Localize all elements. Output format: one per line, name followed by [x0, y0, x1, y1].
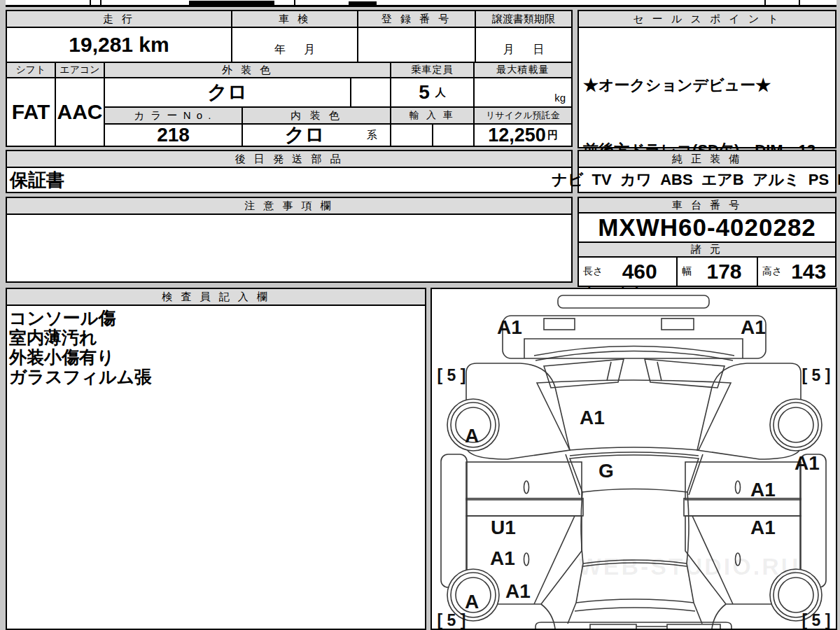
- max-load-value: kg: [473, 77, 573, 108]
- spec-length-value: 460: [603, 260, 676, 284]
- top-row-glyph-fragment: [349, 1, 377, 5]
- damage-left-quarter: A1: [505, 580, 531, 602]
- capacity-header: 乗車定員: [390, 62, 475, 78]
- damage-front-bumper-left: A1: [497, 316, 522, 338]
- sales-point-line: ★オークションデビュー★: [583, 74, 831, 96]
- front-right-wheel-shape: [770, 399, 822, 451]
- top-row-divider: [100, 0, 102, 6]
- inspector-body: コンソール傷 室内薄汚れ 外装小傷有り ガラスフィルム張: [6, 304, 426, 630]
- import-value-1: [390, 123, 433, 147]
- sales-point-header: セ ー ル ス ポ イ ン ト: [578, 10, 836, 28]
- tire-grade-rear-right: [ 5 ]: [802, 611, 831, 629]
- mileage-value: 19,281 km: [6, 27, 232, 63]
- spec-height-value: 143: [782, 260, 835, 284]
- recycle-header: リサイクル預託金: [473, 106, 573, 125]
- tire-grade-front-left: [ 5 ]: [438, 366, 466, 384]
- spec-width: 幅 178: [676, 256, 758, 287]
- exterior-color-value: クロ: [104, 77, 351, 108]
- auction-sheet: { "page": { "background": "#c8c8c8", "he…: [0, 0, 840, 630]
- equipment-header: 純 正 装 備: [578, 150, 836, 168]
- left-headlight-shape: [544, 359, 624, 388]
- later-parts-header: 後 日 発 送 部 品: [6, 150, 573, 168]
- top-row-divider: [90, 0, 91, 6]
- inspector-line: コンソール傷: [9, 308, 425, 328]
- transfer-doc-value: 月 日: [475, 27, 573, 63]
- max-load-header: 最大積載量: [473, 62, 573, 78]
- aircon-value: AAC: [55, 77, 105, 147]
- interior-color-text: クロ: [243, 122, 367, 148]
- registration-value: [357, 27, 476, 63]
- right-front-door-shape: [685, 462, 801, 500]
- damage-front-bumper-right: A1: [741, 316, 766, 338]
- car-diagram: WEB-STUDIO.RU A1 A1 A1 G A A U1 A1 A1 A1…: [432, 289, 836, 629]
- damage-right-front-door: A1: [750, 479, 776, 500]
- capacity-value: 5 人: [390, 77, 475, 108]
- caution-header: 注 意 事 項 欄: [6, 197, 573, 215]
- mileage-header: 走 行: [6, 10, 232, 28]
- shift-header: シフト: [6, 62, 56, 78]
- damage-front-left-wheel: A: [465, 425, 479, 447]
- spec-height-label: 高さ: [762, 265, 782, 278]
- inspector-line: ガラスフィルム張: [9, 367, 425, 386]
- damage-hood: A1: [580, 407, 605, 428]
- tire-grade-front-right: [ 5 ]: [802, 366, 831, 384]
- shift-value: FAT: [6, 77, 56, 147]
- top-row-divider: [294, 0, 295, 6]
- registration-header: 登 録 番 号: [357, 10, 476, 28]
- top-row-glyph-fragment: [189, 1, 274, 5]
- inspector-header: 検 査 員 記 入 欄: [6, 288, 426, 306]
- specs-header: 諸 元: [578, 241, 836, 258]
- windshield-shape: [570, 455, 699, 492]
- front-bumper-shape: [503, 316, 766, 358]
- spoiler-shape: [558, 295, 709, 308]
- damage-left-rear-door-2: A1: [490, 547, 515, 569]
- chassis-header: 車 台 番 号: [578, 197, 836, 214]
- damage-windshield: G: [598, 460, 614, 482]
- spec-width-label: 幅: [682, 265, 692, 278]
- spec-length: 長さ 460: [578, 256, 678, 287]
- damage-right-fender: A1: [794, 452, 820, 474]
- equipment-value: ナビ TV カワ ABS エアB アルミ PS PW: [578, 167, 836, 193]
- color-no-header: カ ラ ー N o .: [104, 106, 243, 125]
- caution-body: [6, 214, 573, 283]
- damage-rear-left-wheel: A: [465, 591, 479, 612]
- top-partial-row: [6, 0, 836, 7]
- interior-color-value: クロ 系: [241, 123, 391, 147]
- watermark: WEB-STUDIO.RU: [579, 553, 801, 580]
- inspector-line: 室内薄汚れ: [9, 328, 425, 347]
- spec-width-value: 178: [692, 260, 757, 284]
- inspection-value: 年 月: [231, 27, 358, 63]
- damage-left-rear-door: U1: [491, 517, 516, 538]
- aircon-header: エアコン: [55, 62, 105, 78]
- sales-point-body: ★オークションデビュー★ 前後方ドラレコ(SD欠)、DIM、12. 3インチHD…: [578, 27, 836, 148]
- left-front-door-shape: [466, 462, 582, 500]
- import-header: 輸 入 車: [390, 106, 475, 125]
- interior-color-suffix: 系: [367, 129, 390, 142]
- damage-right-rear-door: A1: [750, 517, 776, 538]
- right-headlight-shape: [645, 359, 724, 388]
- recycle-value: 12,250円: [473, 123, 573, 147]
- color-no-value: 218: [104, 123, 243, 147]
- chassis-value: MXWH60-4020282: [578, 212, 836, 243]
- top-row-divider: [764, 0, 766, 6]
- top-row-divider: [799, 0, 800, 6]
- inspection-header: 車 検: [231, 10, 358, 28]
- car-diagram-box: WEB-STUDIO.RU A1 A1 A1 G A A U1 A1 A1 A1…: [430, 288, 837, 630]
- exterior-color-header: 外 装 色: [104, 62, 391, 78]
- inspector-line: 外装小傷有り: [9, 347, 425, 367]
- tire-grade-rear-left: [ 5 ]: [438, 611, 466, 629]
- import-value-2: [432, 123, 475, 147]
- spec-length-label: 長さ: [583, 265, 603, 278]
- exterior-color-sub-cell: [350, 77, 391, 108]
- right-sill-shape: [800, 454, 826, 587]
- hood-shape: [537, 380, 731, 450]
- transfer-doc-header: 譲渡書類期限: [475, 10, 573, 28]
- later-parts-value: 保証書: [6, 167, 573, 193]
- left-sill-shape: [441, 454, 467, 587]
- spec-height: 高さ 143: [757, 256, 836, 287]
